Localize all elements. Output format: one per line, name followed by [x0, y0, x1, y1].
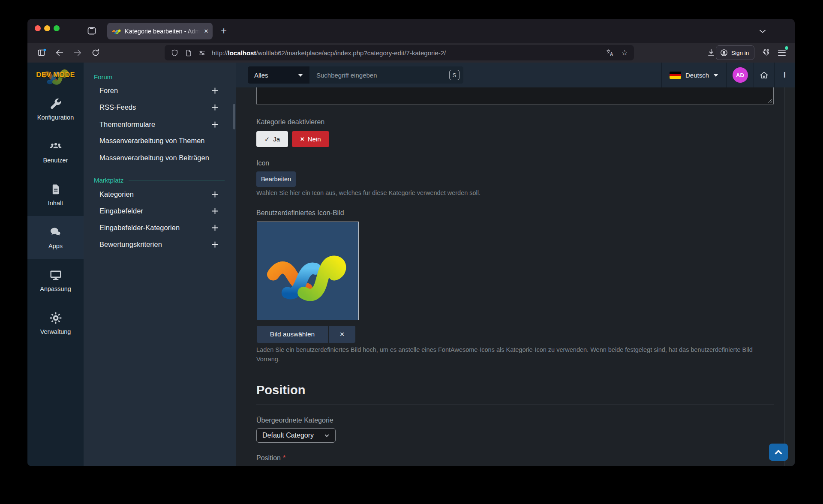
shield-icon[interactable]: [171, 49, 179, 57]
menu-item-foren[interactable]: Foren: [99, 85, 219, 96]
rail-item-konfiguration[interactable]: Konfiguration: [27, 87, 84, 130]
custom-icon-image: [257, 222, 359, 320]
translate-icon[interactable]: A: [606, 48, 614, 57]
rail-item-verwaltung[interactable]: Verwaltung: [27, 302, 84, 345]
dev-mode-badge: DEV MODE: [27, 71, 84, 79]
chevron-down-icon: [324, 432, 330, 439]
rail-item-anpassung[interactable]: Anpassung: [27, 259, 84, 302]
language-label: Deutsch: [685, 72, 709, 79]
download-icon[interactable]: [706, 48, 716, 57]
tab-close-icon[interactable]: ×: [204, 27, 208, 36]
language-selector[interactable]: Deutsch: [661, 63, 726, 87]
info-button[interactable]: i: [774, 63, 795, 87]
menu-item-massenverarbeitung-themen[interactable]: Massenverarbeitung von Themen: [99, 135, 219, 146]
section-divider: [256, 405, 774, 405]
avatar[interactable]: AD: [733, 67, 748, 83]
form-content: Kategorie deaktivieren ✓Ja ×Nein Icon Be…: [236, 87, 795, 466]
url-text[interactable]: http://localhost/woltlab62/marketplace/a…: [212, 49, 600, 57]
description-textarea[interactable]: [256, 87, 774, 105]
acp-app: DEV MODE Konfiguration Benutzer Inhalt A…: [27, 63, 795, 466]
forward-icon[interactable]: [73, 48, 82, 57]
add-icon[interactable]: [211, 241, 219, 248]
rail-item-label: Apps: [48, 243, 63, 249]
add-icon[interactable]: [211, 104, 219, 111]
page-icon[interactable]: [184, 49, 192, 57]
search-scope-dropdown[interactable]: Alles: [248, 66, 309, 84]
parent-category-select[interactable]: Default Category: [256, 428, 336, 443]
rail-item-apps[interactable]: Apps: [27, 216, 84, 259]
resize-grip-icon[interactable]: [767, 99, 772, 104]
url-bar[interactable]: http://localhost/woltlab62/marketplace/a…: [165, 45, 634, 60]
reload-icon[interactable]: [91, 48, 100, 57]
back-icon[interactable]: [55, 48, 64, 57]
menu-item-eingabefelder[interactable]: Eingabefelder: [99, 205, 219, 216]
zoom-window-button[interactable]: [54, 25, 60, 31]
sign-in-button[interactable]: Sign in: [716, 45, 754, 60]
search-field[interactable]: S: [309, 66, 463, 84]
no-button[interactable]: ×Nein: [292, 131, 329, 147]
parent-category-label: Übergeordnete Kategorie: [256, 417, 333, 424]
menu-scrollbar-thumb[interactable]: [233, 104, 235, 129]
menu-section-marktplatz: Marktplatz: [94, 175, 225, 185]
page-scrollbar-track[interactable]: [784, 87, 795, 466]
permissions-icon[interactable]: [198, 49, 206, 57]
required-marker: *: [283, 454, 285, 462]
add-icon[interactable]: [211, 224, 219, 231]
close-window-button[interactable]: [35, 25, 41, 31]
menu-item-themenformulare[interactable]: Themenformulare: [99, 119, 219, 130]
account-icon: [720, 48, 728, 57]
section-divider: [129, 180, 225, 180]
menu-item-kategorien[interactable]: Kategorien: [99, 189, 219, 200]
search-input[interactable]: [309, 72, 463, 79]
section-menu: Forum Foren RSS-Feeds Themenformulare Ma…: [84, 63, 236, 466]
edit-icon-button[interactable]: Bearbeiten: [256, 171, 296, 187]
position-section-title: Position: [256, 383, 305, 397]
menu-section-forum: Forum: [94, 72, 225, 82]
choose-image-button[interactable]: Bild auswählen: [257, 326, 328, 343]
rail-item-label: Konfiguration: [37, 114, 74, 121]
new-tab-button[interactable]: +: [218, 25, 230, 37]
chevron-up-icon: [773, 447, 784, 458]
woltlab-favicon: [112, 27, 121, 35]
info-icon: i: [784, 70, 786, 80]
menu-hamburger-icon[interactable]: [777, 48, 787, 57]
menu-item-eingabefelder-kategorien[interactable]: Eingabefelder-Kategorien: [99, 222, 219, 233]
scroll-to-top-button[interactable]: [769, 444, 788, 461]
dev-mode-logo: DEV MODE: [27, 63, 84, 87]
remove-image-button[interactable]: ×: [329, 326, 355, 343]
minimize-window-button[interactable]: [44, 25, 50, 31]
update-dot: [785, 46, 788, 50]
add-icon[interactable]: [211, 121, 219, 128]
yes-button[interactable]: ✓Ja: [256, 131, 288, 147]
list-all-tabs-chevron-icon[interactable]: [757, 26, 768, 37]
user-menu[interactable]: AD: [726, 63, 754, 87]
chevron-down-icon: [298, 74, 303, 77]
add-icon[interactable]: [211, 191, 219, 198]
rail-item-benutzer[interactable]: Benutzer: [27, 130, 84, 173]
firefox-view-icon[interactable]: [87, 26, 97, 36]
bookmark-star-icon[interactable]: ☆: [620, 48, 629, 57]
check-icon: ✓: [264, 135, 270, 143]
custom-image-help-text: Laden Sie ein benutzerdefiniertes Bild h…: [256, 345, 774, 364]
browser-nav-bar: http://localhost/woltlab62/marketplace/a…: [27, 43, 795, 63]
menu-item-rss-feeds[interactable]: RSS-Feeds: [99, 102, 219, 113]
users-icon: [49, 140, 63, 153]
add-icon[interactable]: [211, 207, 219, 215]
cross-icon: ×: [339, 330, 344, 339]
menu-item-bewertungskriterien[interactable]: Bewertungskriterien: [99, 239, 219, 250]
desktop-icon: [49, 269, 62, 282]
selected-option: Default Category: [262, 432, 314, 439]
sidebar-toggle-icon[interactable]: [37, 48, 46, 57]
frontend-home-button[interactable]: [754, 63, 774, 87]
extensions-puzzle-icon[interactable]: [761, 48, 771, 57]
browser-window: Kategorie bearbeiten - Administ × +: [27, 19, 795, 466]
sign-in-label: Sign in: [731, 50, 749, 56]
active-tab[interactable]: Kategorie bearbeiten - Administ ×: [107, 23, 213, 39]
rail-item-inhalt[interactable]: Inhalt: [27, 173, 84, 216]
icon-help-text: Wählen Sie hier ein Icon aus, welches fü…: [256, 189, 774, 198]
desktop-background: Kategorie bearbeiten - Administ × +: [0, 0, 823, 504]
menu-item-massenverarbeitung-beitraege[interactable]: Massenverarbeitung von Beiträgen: [99, 152, 219, 163]
search-scope-label: Alles: [254, 72, 268, 79]
add-icon[interactable]: [211, 87, 219, 94]
rail-item-label: Anpassung: [40, 285, 71, 292]
